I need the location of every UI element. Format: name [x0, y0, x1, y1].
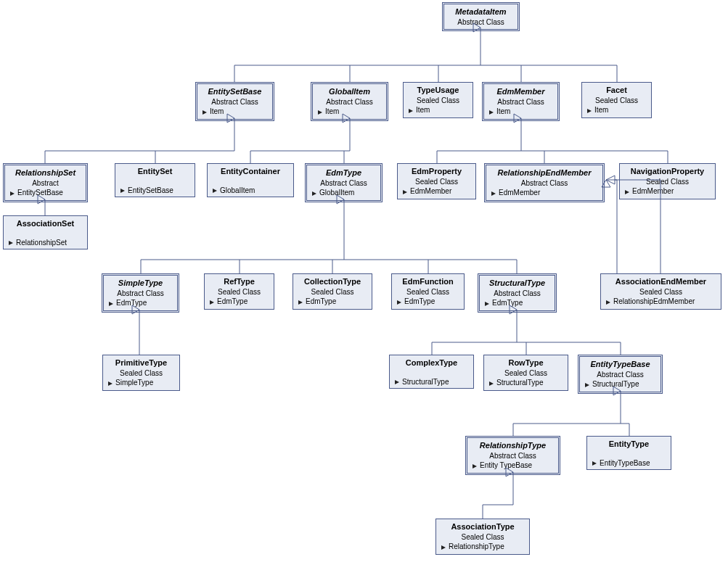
node-rowType: RowType Sealed Class StructuralType	[483, 355, 568, 391]
node-primitiveType: PrimitiveType Sealed Class SimpleType	[102, 355, 180, 391]
node-entitySetBase: EntitySetBase Abstract Class Item	[195, 82, 274, 121]
node-edmMember: EdmMember Abstract Class Item	[482, 82, 560, 121]
node-entityTypeBase: EntityTypeBase Abstract Class Structural…	[578, 355, 663, 394]
node-facet: Facet Sealed Class Item	[581, 82, 652, 118]
node-edmProperty: EdmProperty Sealed Class EdmMember	[397, 163, 476, 199]
node-refType: RefType Sealed Class EdmType	[204, 273, 274, 310]
node-edmType: EdmType Abstract Class GlobalItem	[305, 163, 383, 202]
node-metadataItem: MetadataItem Abstract Class	[442, 2, 520, 31]
node-associationEndMember: AssociationEndMember Sealed Class Relati…	[600, 273, 721, 310]
node-type: Abstract Class	[449, 17, 512, 28]
node-navigationProperty: NavigationProperty Sealed Class EdmMembe…	[619, 163, 716, 199]
node-title: MetadataItem	[449, 7, 512, 17]
node-relationshipType: RelationshipType Abstract Class Entity T…	[465, 436, 560, 475]
node-globalItem: GlobalItem Abstract Class Item	[311, 82, 388, 121]
node-relationshipEndMember: RelationshipEndMember Abstract Class Edm…	[484, 163, 605, 202]
node-associationSet: AssociationSet RelationshipSet	[3, 215, 88, 249]
node-edmFunction: EdmFunction Sealed Class EdmType	[391, 273, 465, 310]
node-entityType: EntityType EntityTypeBase	[586, 436, 671, 470]
node-relationshipSet: RelationshipSet Abstract EntitySetBase	[3, 163, 88, 202]
node-entityContainer: EntityContainer GlobalItem	[207, 163, 294, 197]
node-structuralType: StructuralType Abstract Class EdmType	[478, 273, 557, 313]
node-complexType: ComplexType StructuralType	[389, 355, 474, 389]
node-collectionType: CollectionType Sealed Class EdmType	[293, 273, 372, 310]
node-typeUsage: TypeUsage Sealed Class Item	[403, 82, 473, 118]
node-simpleType: SimpleType Abstract Class EdmType	[102, 273, 179, 313]
node-entitySet: EntitySet EntitySetBase	[115, 163, 195, 197]
node-associationType: AssociationType Sealed Class Relationshi…	[435, 519, 530, 555]
